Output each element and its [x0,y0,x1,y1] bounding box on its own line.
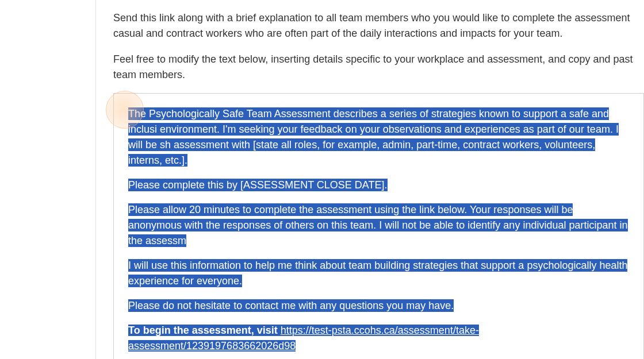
message-paragraph-3: Please allow 20 minutes to complete the … [128,202,629,249]
message-paragraph-4: I will use this information to help me t… [128,258,629,289]
page-wrapper: Send this link along with a brief explan… [0,0,644,359]
assessment-link-prefix: To begin the assessment, visit [128,325,281,336]
highlighted-text: Please complete this by [ASSESSMENT CLOS… [128,179,388,191]
highlighted-text: Please do not hesitate to contact me wit… [128,299,454,312]
highlighted-text: I will use this information to help me t… [128,259,627,287]
sidebar [0,0,96,359]
highlighted-text: Please allow 20 minutes to complete the … [128,203,628,247]
content-area: Send this link along with a brief explan… [96,0,644,359]
message-paragraph-1: The Psychologically Safe Team Assessment… [128,106,629,168]
intro-paragraph-2: Feel free to modify the text below, inse… [113,52,644,83]
message-template-box[interactable]: The Psychologically Safe Team Assessment… [113,93,644,359]
highlighted-text: The Psychologically Safe Team Assessment… [128,107,619,167]
intro-section: Send this link along with a brief explan… [96,0,644,83]
intro-paragraph-1: Send this link along with a brief explan… [113,10,644,41]
message-paragraph-2: Please complete this by [ASSESSMENT CLOS… [128,177,629,193]
message-paragraph-6: To begin the assessment, visit https://t… [128,323,629,354]
message-paragraph-5: Please do not hesitate to contact me wit… [128,298,629,314]
